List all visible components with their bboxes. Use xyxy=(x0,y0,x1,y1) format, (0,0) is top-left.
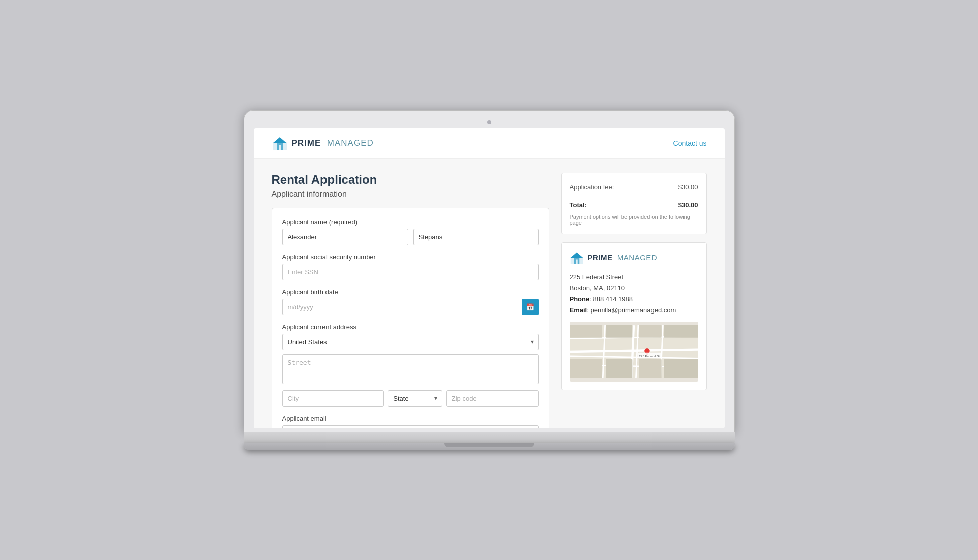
laptop-bezel: PRIME MANAGED Contact us Rental Applicat… xyxy=(244,110,735,432)
laptop-foot xyxy=(244,443,735,450)
calendar-icon: 📅 xyxy=(526,303,534,311)
laptop-screen: PRIME MANAGED Contact us Rental Applicat… xyxy=(254,128,725,428)
ssn-label: Applicant social security number xyxy=(282,253,539,261)
office-logo: PRIME MANAGED xyxy=(570,251,698,265)
office-info: 225 Federal Street Boston, MA, 02110 Pho… xyxy=(570,272,698,316)
logo-prime: PRIME xyxy=(292,138,321,148)
name-field-row xyxy=(282,229,539,245)
app-fee-value: $30.00 xyxy=(678,183,698,191)
country-select-wrapper: United States Canada Mexico xyxy=(282,334,539,350)
first-name-input[interactable] xyxy=(282,229,408,245)
total-value: $30.00 xyxy=(678,201,698,209)
ssn-input[interactable] xyxy=(282,264,539,280)
applicant-name-group: Applicant name (required) xyxy=(282,218,539,245)
form-column: Rental Application Applicant information… xyxy=(272,173,549,428)
svg-rect-21 xyxy=(570,359,602,378)
app-fee-row: Application fee: $30.00 xyxy=(570,181,698,193)
laptop-base xyxy=(244,432,735,443)
email-group: Applicant email ✉ xyxy=(282,415,539,428)
fee-note: Payment options will be provided on the … xyxy=(570,214,698,226)
office-managed: MANAGED xyxy=(617,253,657,262)
address-bottom-row: State MA NY CA TX xyxy=(282,390,539,407)
logo-text: PRIME MANAGED xyxy=(292,138,374,148)
state-select-wrapper: State MA NY CA TX xyxy=(388,390,442,407)
birth-date-input-wrapper: 📅 xyxy=(282,299,539,315)
svg-text:225 Federal St: 225 Federal St xyxy=(639,354,660,357)
office-prime: PRIME xyxy=(588,253,613,262)
logo-icon xyxy=(272,135,288,151)
app-fee-label: Application fee: xyxy=(570,183,614,191)
svg-marker-5 xyxy=(570,252,583,258)
form-card: Applicant name (required) Applicant soci… xyxy=(272,208,549,428)
calendar-button[interactable]: 📅 xyxy=(522,299,539,315)
office-phone: Phone: 888 414 1988 xyxy=(570,294,698,305)
email-label: Applicant email xyxy=(282,415,539,422)
svg-rect-3 xyxy=(279,145,281,150)
svg-rect-22 xyxy=(606,359,632,378)
applicant-name-label: Applicant name (required) xyxy=(282,218,539,226)
section-title: Applicant information xyxy=(272,190,549,199)
svg-rect-18 xyxy=(606,325,632,338)
logo-area: PRIME MANAGED xyxy=(272,135,374,151)
laptop-foot-notch xyxy=(444,443,534,447)
email-input-wrapper: ✉ xyxy=(282,425,539,428)
svg-marker-1 xyxy=(273,137,287,143)
state-select[interactable]: State MA NY CA TX xyxy=(388,390,442,407)
office-address-line1: 225 Federal Street xyxy=(570,272,698,283)
app-header: PRIME MANAGED Contact us xyxy=(254,128,725,159)
map-placeholder: 225 Federal St xyxy=(570,322,698,382)
logo-managed: MANAGED xyxy=(327,138,374,148)
address-group: Applicant current address United States … xyxy=(282,323,539,407)
svg-rect-23 xyxy=(639,359,661,378)
total-row: Total: $30.00 xyxy=(570,199,698,211)
office-logo-icon xyxy=(570,251,584,265)
street-textarea[interactable] xyxy=(282,354,539,384)
office-address-line2: Boston, MA, 02110 xyxy=(570,283,698,294)
zip-input[interactable] xyxy=(446,390,539,407)
email-input[interactable] xyxy=(282,425,539,428)
total-label: Total: xyxy=(570,201,587,209)
svg-rect-7 xyxy=(576,259,578,264)
address-label: Applicant current address xyxy=(282,323,539,331)
laptop-wrapper: PRIME MANAGED Contact us Rental Applicat… xyxy=(244,110,735,450)
right-column: Application fee: $30.00 Total: $30.00 Pa… xyxy=(561,173,707,428)
country-select[interactable]: United States Canada Mexico xyxy=(282,334,539,350)
office-phone-value: 888 414 1988 xyxy=(593,295,633,303)
svg-rect-17 xyxy=(570,325,602,338)
last-name-input[interactable] xyxy=(413,229,539,245)
office-logo-text: PRIME MANAGED xyxy=(588,253,658,262)
page-title: Rental Application xyxy=(272,173,549,187)
birth-date-label: Applicant birth date xyxy=(282,288,539,296)
birth-date-input[interactable] xyxy=(282,299,539,315)
fee-card: Application fee: $30.00 Total: $30.00 Pa… xyxy=(561,173,707,234)
contact-link[interactable]: Contact us xyxy=(673,139,707,147)
fee-divider xyxy=(570,196,698,196)
app-body: Rental Application Applicant information… xyxy=(254,159,725,428)
office-email: Email: pernilla@primemanaged.com xyxy=(570,305,698,316)
office-email-value: pernilla@primemanaged.com xyxy=(590,306,676,314)
svg-rect-20 xyxy=(664,325,698,338)
office-card: PRIME MANAGED 225 Federal Street Boston,… xyxy=(561,242,707,390)
office-email-label: Email xyxy=(570,306,587,314)
svg-rect-19 xyxy=(639,325,661,338)
map-svg: 225 Federal St xyxy=(570,322,698,382)
city-input[interactable] xyxy=(282,390,384,407)
laptop-camera xyxy=(487,120,491,124)
svg-rect-24 xyxy=(664,359,698,378)
office-phone-label: Phone xyxy=(570,295,590,303)
birth-date-group: Applicant birth date 📅 xyxy=(282,288,539,315)
ssn-group: Applicant social security number xyxy=(282,253,539,280)
